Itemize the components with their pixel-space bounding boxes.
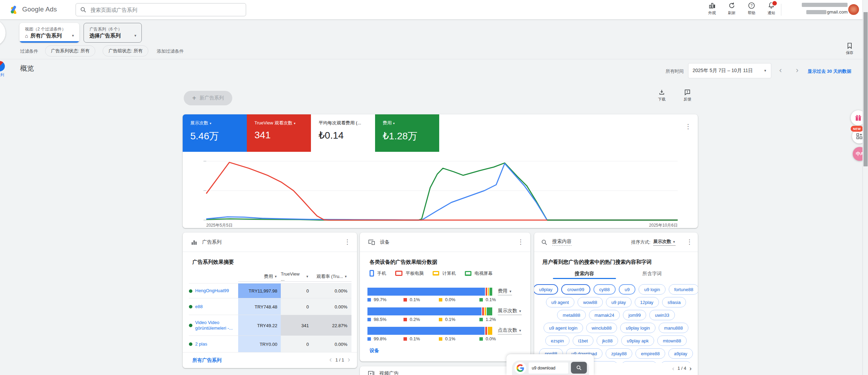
prev-page-button[interactable]: ‹ — [672, 365, 674, 372]
search-term-chip[interactable]: empire88 — [635, 348, 665, 359]
notifications-button[interactable]: 通知 — [762, 2, 780, 16]
search-term-chip[interactable]: u9 agent — [546, 297, 575, 307]
date-next-button[interactable]: › — [796, 67, 798, 74]
show-last-30-days-link[interactable]: 显示过去 30 天的数据 — [808, 68, 851, 75]
gift-icon — [854, 114, 862, 122]
sort-by-select[interactable]: 展示次数 ▼ — [653, 238, 676, 246]
scrollbar[interactable] — [862, 0, 868, 375]
download-icon — [658, 89, 665, 96]
campaign-picker[interactable]: 广告系列（6 个） 选择广告系列 ▼ — [84, 23, 142, 43]
search-term-chip[interactable]: meta888 — [557, 310, 586, 320]
search-term-chip[interactable]: wow88 — [578, 297, 602, 307]
search-term-chip[interactable]: u9play — [534, 284, 558, 295]
help-icon: ? — [748, 2, 755, 9]
devices-card-menu-button[interactable]: ⋮ — [517, 238, 524, 246]
new-campaign-button[interactable]: + 新广告系列 — [184, 91, 232, 105]
percent-item: 99.7% — [367, 297, 403, 302]
campaigns-card-menu-button[interactable]: ⋮ — [344, 238, 351, 246]
scorecard-0[interactable]: 展示次数 ▼5.46万 — [183, 114, 247, 152]
bar-metric-label[interactable]: 费用 ▼ — [498, 288, 512, 295]
appearance-button[interactable]: 外观 — [703, 2, 721, 16]
global-search-box[interactable] — [76, 3, 246, 16]
chart-card-menu-button[interactable]: ⋮ — [685, 123, 692, 130]
search-term-chip[interactable]: uwin33 — [649, 310, 675, 320]
search-term-chip[interactable]: mamak24 — [589, 310, 620, 320]
global-search-input[interactable] — [90, 7, 242, 13]
search-term-chip[interactable]: a9play — [668, 348, 693, 359]
search-term-chip[interactable]: jom99 — [623, 310, 646, 320]
redacted-account-name — [802, 3, 848, 7]
next-page-button[interactable]: › — [689, 365, 692, 372]
search-terms-card-menu-button[interactable]: ⋮ — [686, 238, 693, 246]
help-button[interactable]: ? 帮助 — [743, 2, 761, 16]
search-term-chip[interactable]: manu888 — [659, 323, 688, 333]
search-term-chip[interactable]: zplay88 — [606, 348, 632, 359]
search-term-chip[interactable]: ezspin — [545, 335, 570, 346]
video-ads-card-title: 视频广告 — [379, 370, 399, 375]
devices-link[interactable]: 设备 — [370, 348, 379, 354]
view-picker[interactable]: 视图（2 个过滤条件） ⌂ 所有广告系列 ▼ — [19, 23, 79, 43]
search-term-chip[interactable]: u9play apk — [621, 335, 654, 346]
search-term-chip[interactable]: 12play — [635, 297, 659, 307]
search-term-chip[interactable]: fortune88 — [669, 284, 698, 295]
scorecard-2[interactable]: 平均每次观看费用 (...₺0.14 — [311, 114, 375, 152]
search-term-chip[interactable]: s9asia — [662, 297, 686, 307]
scorecard-label: 展示次数 ▼ — [190, 120, 247, 126]
search-term-chip-row: u9playcrown99cyl88u9u9 loginfortune88 — [534, 284, 698, 295]
date-prev-button[interactable]: ‹ — [779, 67, 782, 74]
campaign-link[interactable]: 2 plas — [195, 341, 207, 347]
scorecard-3[interactable]: 费用 ▼₺1.28万 — [375, 114, 439, 152]
refresh-button[interactable]: 刷新 — [723, 2, 741, 16]
campaigns-nav-icon[interactable] — [0, 61, 5, 71]
time-scope-label: 所有时间 — [666, 68, 684, 75]
tab-search-terms[interactable]: 搜索内容 — [553, 271, 616, 277]
views-column-header[interactable]: TrueView ... ▼ — [281, 271, 314, 282]
tab-included-words[interactable]: 所含字词 — [624, 271, 680, 277]
bar-segment — [488, 327, 492, 335]
campaigns-nav-label: 列 — [0, 72, 4, 78]
status-dot — [189, 305, 192, 308]
bar-metric-label[interactable]: 点击次数 ▼ — [498, 327, 522, 334]
search-term-chip-row: u9 agent loginwinclub88u9play loginmanu8… — [534, 323, 698, 333]
search-term-chip[interactable]: u9 login — [639, 284, 666, 295]
percent-item: 0.1% — [403, 297, 439, 302]
account-info[interactable]: gmail.com — [787, 3, 848, 15]
add-filter-link[interactable]: 添加过滤条件 — [157, 48, 184, 54]
save-button[interactable]: 保存 — [846, 42, 853, 55]
search-term-chip[interactable]: winclub88 — [586, 323, 617, 333]
campaign-link[interactable]: HengOngHuat99 — [195, 288, 229, 294]
date-range-value: 2025年 5月 7日 – 10月 11日 — [693, 68, 753, 74]
avatar[interactable] — [848, 4, 859, 15]
search-term-chip[interactable]: u9play login — [620, 323, 655, 333]
date-range-picker[interactable]: 2025年 5月 7日 – 10月 11日 ▼ — [688, 63, 771, 78]
table-row: 2 plasTRY0.0000.00% — [189, 335, 351, 352]
adgroup-status-filter-chip[interactable]: 广告组状态: 所有 — [103, 45, 148, 56]
campaign-link[interactable]: e88 — [195, 304, 203, 309]
next-page-button[interactable]: › — [348, 356, 350, 364]
rate-column-header[interactable]: 观看率 (Tru... ▼ — [314, 271, 351, 282]
nav-drawer-peek[interactable] — [0, 19, 6, 46]
percent-item: 0.1% — [479, 297, 514, 302]
search-term-chip[interactable]: cyl88 — [593, 284, 616, 295]
sort-by-label: 排序方式: — [631, 239, 651, 245]
search-term-chip[interactable]: u9 agent login — [544, 323, 583, 333]
cost-column-header[interactable]: 费用 ▼ — [238, 271, 281, 282]
feedback-button[interactable]: 反馈 — [684, 89, 691, 102]
bar-metric-label[interactable]: 展示次数 ▼ — [498, 308, 522, 315]
campaign-status-filter-chip[interactable]: 广告系列状态: 所有 — [45, 45, 95, 56]
search-term-chip[interactable]: u9 — [619, 284, 635, 295]
search-term-chip[interactable]: mtown88 — [657, 335, 687, 346]
cost-cell: TRY748.48 — [238, 298, 281, 315]
scorecard-1[interactable]: TrueView 观看次数 ▼341 — [247, 114, 311, 152]
all-campaigns-link[interactable]: 所有广告系列 — [192, 357, 222, 364]
campaign-link[interactable]: Video Video görüntülemeleri -... — [195, 320, 236, 331]
scrollbar-thumb[interactable] — [863, 12, 868, 166]
search-term-chip[interactable]: crown99 — [561, 284, 590, 295]
search-term-chip[interactable]: jkc88 — [597, 335, 618, 346]
campaigns-card-subtitle: 广告系列效果摘要 — [192, 259, 234, 265]
search-term-chip[interactable]: i1bet — [573, 335, 593, 346]
download-button[interactable]: 下载 — [658, 89, 666, 102]
search-term-chip[interactable]: u9 play — [606, 297, 632, 307]
prev-page-button[interactable]: ‹ — [329, 356, 332, 364]
feedback-icon — [684, 89, 691, 96]
